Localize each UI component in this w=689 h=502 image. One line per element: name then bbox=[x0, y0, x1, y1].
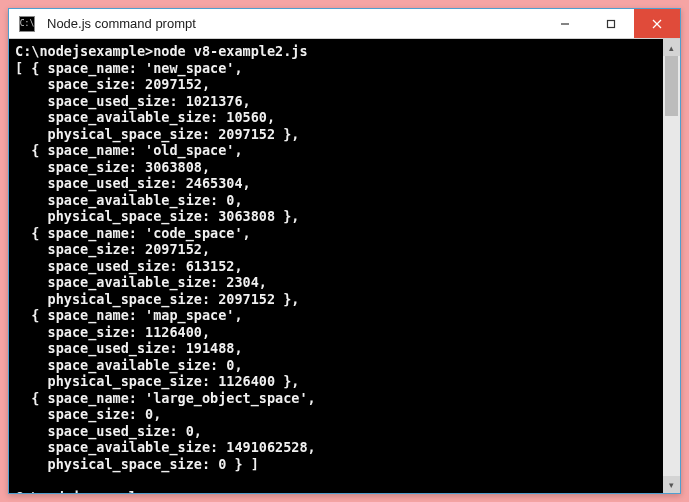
minimize-icon bbox=[560, 19, 570, 29]
scroll-down-button[interactable]: ▾ bbox=[663, 476, 680, 493]
app-icon-label: C:\ bbox=[20, 19, 34, 28]
close-button[interactable] bbox=[634, 9, 680, 38]
titlebar[interactable]: C:\ Node.js command prompt bbox=[9, 9, 680, 39]
close-icon bbox=[652, 19, 662, 29]
app-icon: C:\ bbox=[19, 16, 35, 32]
scrollbar-thumb[interactable] bbox=[665, 56, 678, 116]
terminal-output[interactable]: C:\nodejsexample>node v8-example2.js [ {… bbox=[9, 39, 663, 493]
prompt-line[interactable]: C:\nodejsexample> bbox=[15, 489, 153, 494]
minimize-button[interactable] bbox=[542, 9, 588, 38]
terminal-window: C:\ Node.js command prompt C:\nodejsexam… bbox=[8, 8, 681, 494]
scroll-up-button[interactable]: ▴ bbox=[663, 39, 680, 56]
chevron-down-icon: ▾ bbox=[669, 480, 674, 490]
scrollbar: ▴ ▾ bbox=[663, 39, 680, 493]
window-controls bbox=[542, 9, 680, 38]
scrollbar-track[interactable] bbox=[663, 56, 680, 476]
chevron-up-icon: ▴ bbox=[669, 43, 674, 53]
svg-rect-1 bbox=[608, 20, 615, 27]
maximize-icon bbox=[606, 19, 616, 29]
terminal-area: C:\nodejsexample>node v8-example2.js [ {… bbox=[9, 39, 680, 493]
window-title: Node.js command prompt bbox=[43, 16, 542, 31]
maximize-button[interactable] bbox=[588, 9, 634, 38]
